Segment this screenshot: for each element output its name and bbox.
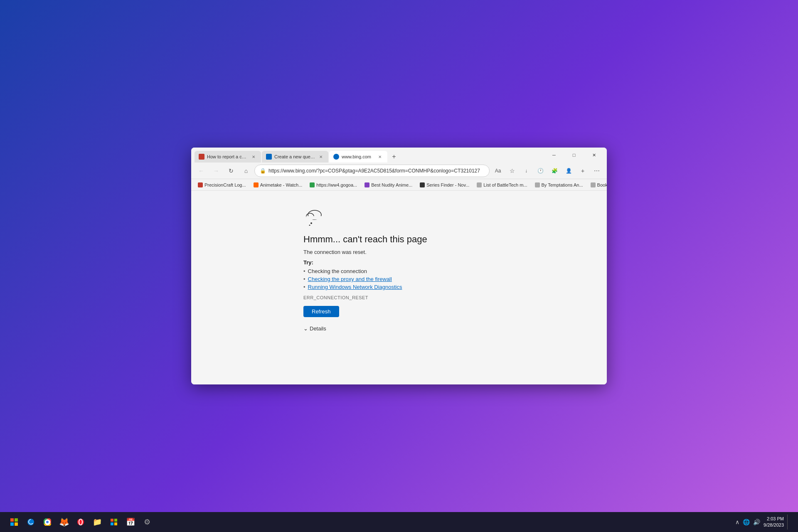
- back-button[interactable]: ←: [195, 164, 208, 177]
- bookmark-battletech[interactable]: List of BattleTech m...: [473, 182, 530, 188]
- store-icon[interactable]: [106, 515, 121, 530]
- bookmark-series-icon: [420, 182, 425, 187]
- bookmark-animetake-label: Animetake - Watch...: [260, 182, 303, 187]
- reading-view-button[interactable]: Aa: [491, 164, 505, 177]
- tab-1-close[interactable]: ✕: [250, 153, 257, 160]
- tray-volume[interactable]: 🔊: [753, 519, 760, 525]
- svg-rect-5: [10, 518, 14, 522]
- tabs-area: How to report a concern or com... ✕ Crea…: [195, 148, 541, 163]
- new-tab-button[interactable]: +: [388, 151, 400, 163]
- nav-bar: ← → ↻ ⌂ 🔒 https://www.bing.com/?pc=COSP&…: [191, 163, 607, 179]
- tab-3-close[interactable]: ✕: [377, 153, 383, 160]
- tab-1-label: How to report a concern or com...: [207, 154, 248, 159]
- bookmark-animetake-icon: [254, 182, 259, 187]
- bookmark-precisioncraft[interactable]: PrecisionCraft Log...: [195, 182, 249, 188]
- bookmark-battletech-icon: [477, 182, 482, 187]
- tray-datetime[interactable]: 2:03 PM 9/28/2023: [764, 516, 784, 529]
- favorites-button[interactable]: ☆: [505, 164, 519, 177]
- refresh-nav-button[interactable]: ↻: [224, 164, 238, 177]
- bookmark-force-label: Book 1 - The Force...: [597, 182, 607, 187]
- tray-time-value: 2:03 PM: [764, 516, 784, 522]
- error-title: Hmmm... can't reach this page: [303, 234, 495, 245]
- bookmark-series[interactable]: Series Finder - Nov...: [416, 182, 473, 188]
- error-subtitle: The connection was reset.: [303, 249, 495, 255]
- close-button[interactable]: ✕: [584, 149, 603, 161]
- tab-3-favicon: [333, 154, 339, 160]
- try-item-2-link[interactable]: Checking the proxy and the firewall: [308, 276, 392, 282]
- cloud-icon: [303, 207, 495, 227]
- details-chevron-icon: ⌄: [303, 325, 308, 332]
- history-button[interactable]: 🕐: [534, 164, 547, 177]
- address-text: https://www.bing.com/?pc=COSP&ptag=A9E2A…: [268, 168, 484, 174]
- bookmark-temptations-label: By Temptations An...: [542, 182, 583, 187]
- collections-button[interactable]: ↓: [520, 164, 533, 177]
- tab-1-favicon: [199, 154, 204, 160]
- profile-button[interactable]: 👤: [562, 164, 575, 177]
- lock-icon: 🔒: [260, 168, 266, 174]
- try-item-3[interactable]: Running Windows Network Diagnostics: [303, 284, 495, 290]
- extensions-button[interactable]: 🧩: [548, 164, 561, 177]
- error-code: ERR_CONNECTION_RESET: [303, 295, 495, 300]
- forward-button[interactable]: →: [209, 164, 223, 177]
- menu-button[interactable]: ⋯: [590, 164, 603, 177]
- refresh-button[interactable]: Refresh: [303, 306, 339, 317]
- bookmark-force[interactable]: Book 1 - The Force...: [587, 182, 607, 188]
- try-label: Try:: [303, 259, 495, 266]
- svg-point-12: [77, 519, 84, 525]
- tray-date-value: 9/28/2023: [764, 522, 784, 528]
- tab-3[interactable]: www.bing.com ✕: [329, 151, 387, 163]
- tab-2-close[interactable]: ✕: [318, 153, 324, 160]
- calendar-icon[interactable]: 📅: [123, 515, 138, 530]
- add-button[interactable]: +: [576, 164, 589, 177]
- title-bar: How to report a concern or com... ✕ Crea…: [191, 148, 607, 163]
- tray-chevron[interactable]: ∧: [735, 519, 739, 525]
- address-bar[interactable]: 🔒 https://www.bing.com/?pc=COSP&ptag=A9E…: [254, 165, 490, 177]
- chrome-icon[interactable]: [40, 515, 55, 530]
- bookmark-nudity[interactable]: Best Nudity Anime...: [361, 182, 416, 188]
- content-area: Hmmm... can't reach this page The connec…: [191, 191, 607, 384]
- tab-3-label: www.bing.com: [342, 154, 374, 159]
- edge-icon[interactable]: [23, 515, 38, 530]
- bookmark-temptations-icon: [535, 182, 540, 187]
- bookmark-nudity-icon: [365, 182, 369, 187]
- svg-point-11: [46, 521, 49, 523]
- tab-2-label: Create a new question or start s...: [274, 154, 315, 159]
- tab-1[interactable]: How to report a concern or com... ✕: [195, 151, 261, 163]
- try-list: Checking the connection Checking the pro…: [303, 268, 495, 290]
- window-controls: ─ □ ✕: [541, 149, 603, 161]
- firefox-icon[interactable]: 🦊: [57, 515, 71, 530]
- home-button[interactable]: ⌂: [239, 164, 253, 177]
- details-toggle[interactable]: ⌄ Details: [303, 325, 495, 332]
- nav-actions: Aa ☆ ↓ 🕐 🧩 👤 + ⋯: [491, 164, 603, 177]
- maximize-button[interactable]: □: [564, 149, 584, 161]
- svg-rect-17: [114, 522, 117, 525]
- try-item-2[interactable]: Checking the proxy and the firewall: [303, 276, 495, 282]
- try-item-1-text: Checking the connection: [308, 268, 367, 274]
- bookmark-nudity-label: Best Nudity Anime...: [371, 182, 412, 187]
- start-button[interactable]: [7, 515, 22, 530]
- tab-2[interactable]: Create a new question or start s... ✕: [262, 151, 328, 163]
- bookmark-animetake[interactable]: Animetake - Watch...: [250, 182, 306, 188]
- svg-point-3: [310, 222, 312, 224]
- bookmark-force-icon: [591, 182, 596, 187]
- taskbar-tray: ∧ 🌐 🔊 2:03 PM 9/28/2023: [730, 515, 795, 530]
- details-label: Details: [310, 325, 326, 332]
- bookmark-series-label: Series Finder - Nov...: [426, 182, 469, 187]
- minimize-button[interactable]: ─: [544, 149, 564, 161]
- opera-icon[interactable]: [73, 515, 88, 530]
- bookmark-temptations[interactable]: By Temptations An...: [532, 182, 586, 188]
- error-page: Hmmm... can't reach this page The connec…: [295, 207, 503, 332]
- taskbar-icons: 🦊 📁 📅 ⚙: [3, 515, 158, 530]
- taskbar: 🦊 📁 📅 ⚙ ∧ 🌐 🔊 2:03 PM 9/28/2023: [0, 512, 798, 532]
- svg-rect-8: [15, 522, 18, 526]
- tab-2-favicon: [266, 154, 272, 160]
- tray-network[interactable]: 🌐: [743, 519, 750, 525]
- bookmark-precisioncraft-label: PrecisionCraft Log...: [204, 182, 246, 187]
- bookmark-gogoa-icon: [310, 182, 315, 187]
- bookmark-gogoa[interactable]: https://ww4.gogoa...: [306, 182, 360, 188]
- bookmark-battletech-label: List of BattleTech m...: [483, 182, 527, 187]
- try-item-3-link[interactable]: Running Windows Network Diagnostics: [308, 284, 402, 290]
- folder-icon[interactable]: 📁: [90, 515, 105, 530]
- show-desktop-button[interactable]: [787, 515, 790, 530]
- settings-taskbar-icon[interactable]: ⚙: [140, 515, 155, 530]
